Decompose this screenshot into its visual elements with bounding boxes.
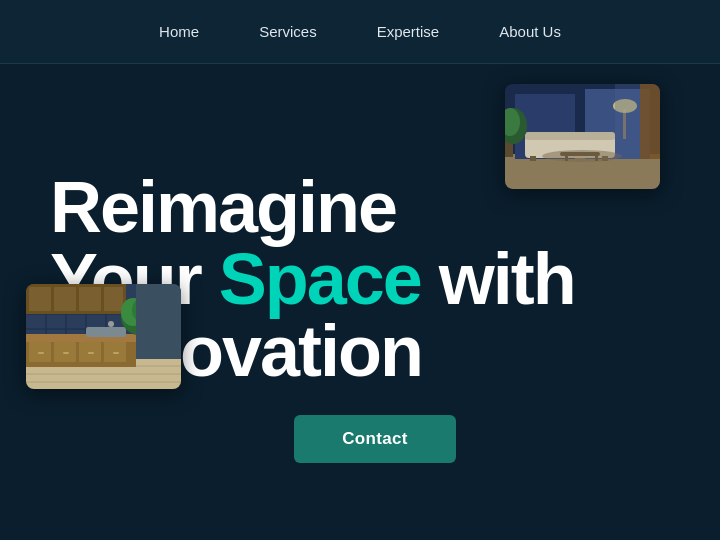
hero-section: Reimagine Your Space with Renovation Con…: [0, 64, 720, 540]
svg-rect-5: [525, 132, 615, 140]
hero-line-2-highlight: Space: [219, 243, 421, 315]
contact-button-wrapper: Contact: [30, 415, 720, 463]
nav-expertise[interactable]: Expertise: [377, 23, 440, 40]
svg-point-13: [542, 150, 622, 162]
nav-about[interactable]: About Us: [499, 23, 561, 40]
svg-rect-38: [38, 352, 44, 354]
svg-rect-42: [86, 327, 126, 337]
svg-rect-41: [113, 352, 119, 354]
room-image-1: [505, 84, 660, 189]
svg-rect-39: [63, 352, 69, 354]
svg-rect-6: [530, 156, 536, 161]
svg-point-43: [108, 321, 114, 327]
svg-rect-47: [79, 287, 101, 311]
svg-rect-40: [88, 352, 94, 354]
svg-rect-46: [54, 287, 76, 311]
nav-home[interactable]: Home: [159, 23, 199, 40]
room-image-2: [26, 284, 181, 389]
svg-rect-18: [640, 84, 660, 159]
hero-line-2-part2: with: [439, 243, 575, 315]
svg-rect-53: [136, 284, 181, 359]
nav-services[interactable]: Services: [259, 23, 317, 40]
contact-button[interactable]: Contact: [294, 415, 455, 463]
svg-rect-45: [29, 287, 51, 311]
svg-rect-48: [104, 287, 123, 311]
navbar: Home Services Expertise About Us: [0, 0, 720, 64]
